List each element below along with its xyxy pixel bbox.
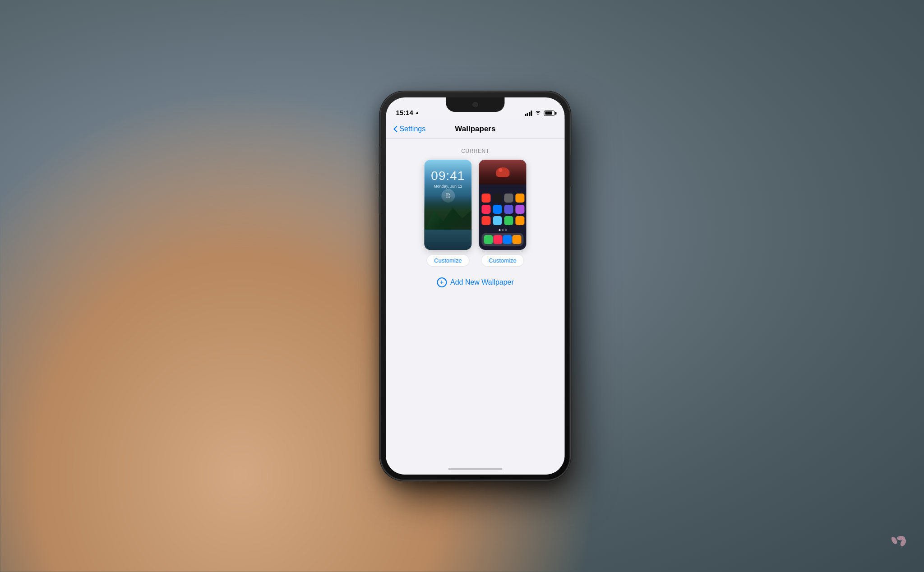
- phone-body: 15:14 ▲: [380, 92, 570, 480]
- home-screen-customize-button[interactable]: Customize: [481, 254, 524, 267]
- back-button[interactable]: Settings: [393, 125, 425, 133]
- dock-icon: [503, 235, 512, 244]
- add-new-wallpaper-button[interactable]: + Add New Wallpaper: [437, 277, 514, 287]
- content-area: CURRENT 09:41 Monday, Jun 12 𝔻: [386, 139, 564, 475]
- signal-bars-icon: [525, 111, 532, 116]
- lock-screen-customize-button[interactable]: Customize: [426, 254, 469, 267]
- add-wallpaper-label: Add New Wallpaper: [450, 278, 514, 286]
- status-time: 15:14 ▲: [396, 109, 419, 116]
- app-icon: [504, 205, 513, 214]
- app-icon: [515, 205, 524, 214]
- app-icon: [515, 216, 524, 225]
- wifi-icon: [535, 110, 541, 116]
- add-circle-icon: +: [437, 277, 447, 287]
- back-label: Settings: [399, 125, 425, 133]
- home-screen-preview[interactable]: [479, 160, 526, 250]
- lock-water-bg: [424, 230, 471, 250]
- navigation-bar: Settings Wallpapers: [386, 119, 564, 139]
- app-icon: [481, 205, 490, 214]
- app-icon: [481, 216, 490, 225]
- location-icon: ▲: [415, 110, 420, 115]
- dock-icon: [484, 235, 493, 244]
- phone-screen: 15:14 ▲: [386, 97, 564, 475]
- app-icon: [481, 194, 490, 203]
- status-icons: [525, 110, 555, 116]
- lock-time: 09:41: [431, 169, 465, 183]
- svg-point-0: [537, 114, 538, 115]
- dock: [481, 233, 523, 246]
- phone-device: 15:14 ▲: [380, 92, 570, 480]
- notch: [446, 97, 504, 112]
- add-wallpaper-section: + Add New Wallpaper: [386, 274, 564, 296]
- lock-screen-card: 09:41 Monday, Jun 12 𝔻 Customize: [424, 160, 471, 267]
- lock-screen-preview[interactable]: 09:41 Monday, Jun 12 𝔻: [424, 160, 471, 250]
- section-header: CURRENT: [386, 139, 564, 160]
- app-icon: [515, 194, 524, 203]
- home-indicator[interactable]: [448, 468, 502, 470]
- app-icon: [493, 194, 502, 203]
- app-icon: [493, 216, 502, 225]
- battery-icon: [544, 111, 554, 116]
- page-title: Wallpapers: [455, 125, 495, 134]
- app-icon: [504, 216, 513, 225]
- app-grid: [480, 193, 524, 226]
- app-icon: [493, 205, 502, 214]
- page-dots: [499, 229, 507, 231]
- bird-shape: [496, 167, 509, 177]
- app-icon: [504, 194, 513, 203]
- lock-date: Monday, Jun 12: [434, 184, 462, 189]
- home-wallpaper-bird: [479, 160, 526, 185]
- front-camera: [472, 102, 478, 107]
- dock-icon: [513, 235, 522, 244]
- dock-icon: [493, 235, 502, 244]
- home-screen-card: Customize: [479, 160, 526, 267]
- wallpaper-cards-container: 09:41 Monday, Jun 12 𝔻 Customize: [386, 160, 564, 274]
